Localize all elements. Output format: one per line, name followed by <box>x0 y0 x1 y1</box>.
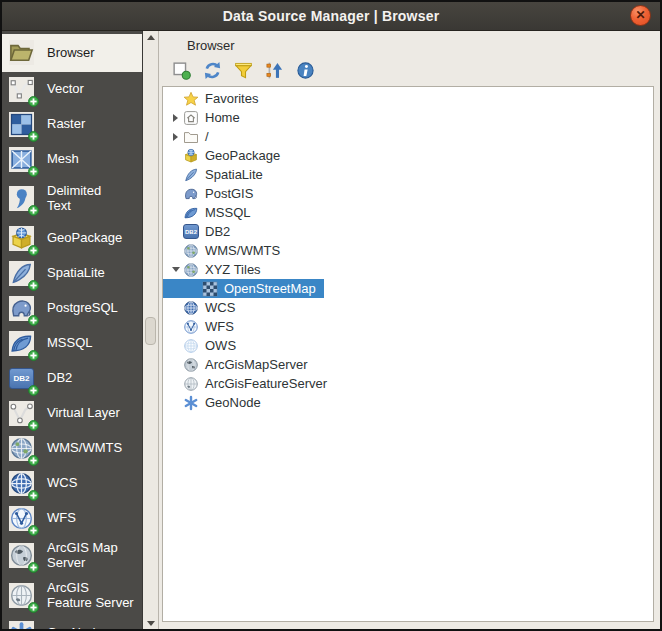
sidebar-tab-spatialite[interactable]: SpatiaLite <box>2 256 142 291</box>
scrollbar-thumb[interactable] <box>145 317 156 345</box>
tree-item-label: MSSQL <box>205 205 251 220</box>
tree-item-geopackage[interactable]: GeoPackage <box>163 146 288 165</box>
postgresql-elephant-icon <box>9 295 39 323</box>
tree-item-label: WCS <box>205 300 235 315</box>
sidebar-tab-virtual-layer[interactable]: Virtual Layer <box>2 396 142 431</box>
sidebar-tab-browser[interactable]: Browser <box>2 34 142 72</box>
sidebar-tab-geonode[interactable]: GeoNode <box>2 616 142 630</box>
sidebar-tab-arcgis-map-server[interactable]: ArcGIS MapServer <box>2 536 142 576</box>
xyz-globe-icon <box>183 262 199 278</box>
tree-item-spatialite[interactable]: SpatiaLite <box>163 165 271 184</box>
close-button[interactable]: ✕ <box>630 5 651 26</box>
wcs-globe-icon <box>9 470 39 498</box>
tree-item-label: / <box>205 129 209 144</box>
sidebar-tab-label: GeoNode <box>47 626 103 630</box>
refresh-icon <box>203 61 222 80</box>
expander-collapsed-icon[interactable] <box>173 133 178 141</box>
mssql-icon <box>183 205 199 221</box>
sidebar-tab-label: Browser <box>47 46 95 61</box>
tree-item-xyz-tiles[interactable]: XYZ Tiles <box>163 260 269 279</box>
expander-collapsed-icon[interactable] <box>173 114 178 122</box>
tree-item-label: WFS <box>205 319 234 334</box>
add-plus-icon <box>28 245 39 256</box>
collapse-all-button[interactable] <box>262 58 286 82</box>
tree-item-label: Home <box>205 110 240 125</box>
scroll-up-icon[interactable] <box>147 35 155 40</box>
home-folder-icon <box>183 110 199 126</box>
sidebar-tab-label: WFS <box>47 511 76 526</box>
tree-item-arcgismapserver[interactable]: ArcGisMapServer <box>163 355 316 374</box>
titlebar[interactable]: Data Source Manager | Browser ✕ <box>2 2 660 31</box>
sidebar-tab-vector[interactable]: Vector <box>2 72 142 107</box>
sidebar-tab-label: Raster <box>47 117 85 132</box>
tree-item-mssql[interactable]: MSSQL <box>163 203 259 222</box>
tree-item-root[interactable]: / <box>163 127 217 146</box>
tree-item-postgis[interactable]: PostGIS <box>163 184 261 203</box>
browser-tree: Favorites Home / GeoPackage <box>162 86 654 622</box>
sidebar-tab-mesh[interactable]: Mesh <box>2 142 142 177</box>
sidebar-tab-geopackage[interactable]: GeoPackage <box>2 221 142 256</box>
sidebar-tab-delimited-text[interactable]: DelimitedText <box>2 177 142 221</box>
geonode-icon <box>9 620 39 631</box>
sidebar-tab-wfs[interactable]: WFS <box>2 501 142 536</box>
tree-item-home[interactable]: Home <box>163 108 248 127</box>
wfs-globe-icon <box>9 505 39 533</box>
tree-item-arcgisfeatureserver[interactable]: ArcGisFeatureServer <box>163 374 335 393</box>
wfs-globe-icon <box>183 319 199 335</box>
tree-item-label: Favorites <box>205 91 258 106</box>
sidebar-tab-postgresql[interactable]: PostgreSQL <box>2 291 142 326</box>
arcgis-feature-server-globe-icon <box>9 582 39 610</box>
sidebar-tab-db2[interactable]: DB2 DB2 <box>2 361 142 396</box>
tree-item-wfs[interactable]: WFS <box>163 317 242 336</box>
wms-globe-icon <box>9 435 39 463</box>
tree-item-label: GeoPackage <box>205 148 280 163</box>
add-plus-icon <box>28 602 39 613</box>
ows-globe-icon <box>183 338 199 354</box>
tree-item-label: SpatiaLite <box>205 167 263 182</box>
tree-item-label: XYZ Tiles <box>205 262 261 277</box>
browser-folder-icon <box>9 39 39 67</box>
add-selected-layers-button[interactable] <box>169 58 193 82</box>
tree-item-openstreetmap[interactable]: OpenStreetMap <box>163 279 324 298</box>
add-plus-icon <box>28 350 39 361</box>
arcgis-feature-server-globe-icon <box>183 376 199 392</box>
sidebar-tab-wcs[interactable]: WCS <box>2 466 142 501</box>
tree-item-db2[interactable]: DB2 DB2 <box>163 222 238 241</box>
wms-globe-icon <box>183 243 199 259</box>
tree-item-label: OpenStreetMap <box>224 281 316 296</box>
tree-item-wms-wmts[interactable]: WMS/WMTS <box>163 241 288 260</box>
tree-item-wcs[interactable]: WCS <box>163 298 243 317</box>
browser-toolbar <box>169 58 317 82</box>
sidebar-tab-label: Mesh <box>47 152 79 167</box>
sidebar-tab-arcgis-feature-server[interactable]: ArcGISFeature Server <box>2 576 142 616</box>
refresh-button[interactable] <box>200 58 224 82</box>
add-plus-icon <box>28 205 39 216</box>
add-plus-icon <box>28 280 39 291</box>
filter-browser-button[interactable] <box>231 58 255 82</box>
tree-item-geonode[interactable]: GeoNode <box>163 393 269 412</box>
mssql-icon <box>9 330 39 358</box>
folder-icon <box>183 129 199 145</box>
add-plus-icon <box>28 420 39 431</box>
expander-expanded-icon[interactable] <box>172 267 180 272</box>
tree-item-ows[interactable]: OWS <box>163 336 244 355</box>
properties-button[interactable] <box>293 58 317 82</box>
tree-item-favorites[interactable]: Favorites <box>163 89 266 108</box>
add-selected-layers-icon <box>172 61 191 80</box>
add-plus-icon <box>28 455 39 466</box>
tree-item-label: OWS <box>205 338 236 353</box>
sidebar-tab-label: PostgreSQL <box>47 301 118 316</box>
add-plus-icon <box>28 131 39 142</box>
scroll-down-icon[interactable] <box>147 621 155 626</box>
vector-layer-icon <box>9 76 39 104</box>
add-plus-icon <box>28 385 39 396</box>
sidebar-tab-wms-wmts[interactable]: WMS/WMTS <box>2 431 142 466</box>
sidebar-scrollbar[interactable] <box>142 31 159 630</box>
geonode-icon <box>183 395 199 411</box>
geopackage-icon <box>183 148 199 164</box>
filter-browser-icon <box>234 61 253 80</box>
tree-item-label: GeoNode <box>205 395 261 410</box>
sidebar-tab-raster[interactable]: Raster <box>2 107 142 142</box>
sidebar-tab-mssql[interactable]: MSSQL <box>2 326 142 361</box>
source-type-sidebar: Browser Vector Raster Mesh DelimitedText… <box>2 31 142 630</box>
